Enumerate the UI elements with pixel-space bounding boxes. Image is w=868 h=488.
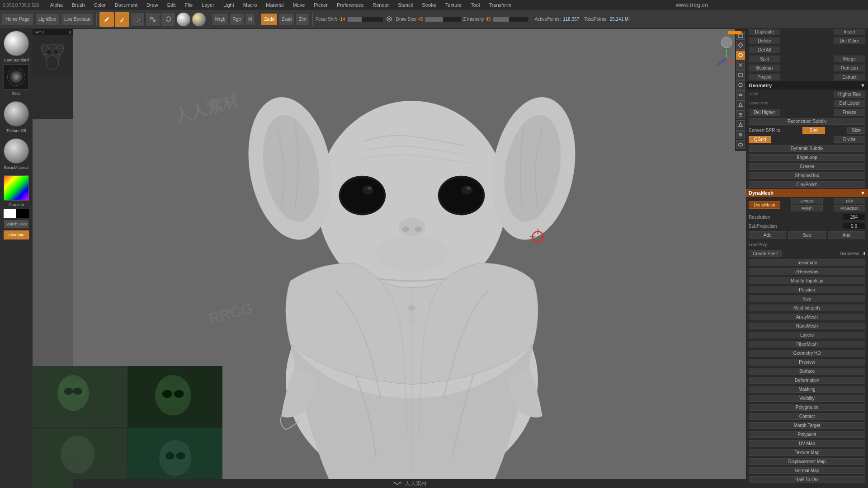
blur-button[interactable]: Blur (834, 198, 865, 204)
geometryhd-button[interactable]: Geometry HD (749, 350, 865, 357)
menu-transform[interactable]: Transform (487, 1, 513, 9)
tessimate-button[interactable]: Tessimate (749, 259, 865, 266)
menu-picker[interactable]: Picker (312, 1, 330, 9)
normalmap-button[interactable]: Normal Map (749, 467, 865, 474)
ref-image-1[interactable] (33, 366, 127, 427)
draw-size-slider[interactable] (425, 17, 461, 22)
menu-brush[interactable]: Brush (70, 1, 87, 9)
bar-to-oto-button[interactable]: BaR To Oto (749, 476, 865, 483)
divide-button[interactable]: Divide (834, 136, 865, 143)
white-swatch[interactable] (4, 209, 16, 218)
material-sphere[interactable] (176, 12, 191, 27)
menu-macro[interactable]: Macro (241, 1, 259, 9)
masking-button[interactable]: Masking (749, 386, 865, 393)
side-icon-12[interactable] (736, 140, 745, 149)
size2-button[interactable]: Size (749, 296, 865, 302)
switch-color-button[interactable]: SwitchColor (4, 220, 29, 229)
dynmesh-button[interactable]: DynaMesh (749, 201, 780, 209)
surface-button[interactable]: Surface (749, 368, 865, 375)
project-button[interactable]: Project (749, 74, 780, 80)
home-page-button[interactable]: Home Page (2, 13, 33, 26)
freeze-button[interactable]: Freeze (834, 109, 865, 116)
preview-button[interactable]: Preview (749, 359, 865, 366)
dynamic-subdiv-button[interactable]: Dynamic Subdiv (749, 145, 865, 152)
polish-button[interactable]: Polish (791, 205, 823, 211)
ref-image-2[interactable] (128, 366, 223, 427)
sub-button[interactable]: Sub (788, 231, 826, 239)
remesh-button[interactable]: Remesh (834, 65, 865, 71)
polypaint-button[interactable]: Polypaint (749, 431, 865, 438)
lightbox-button[interactable]: LightBox (35, 13, 59, 26)
size-button[interactable]: Size (847, 127, 865, 134)
zremesher-button[interactable]: ZRemesher (749, 268, 865, 275)
side-icon-2[interactable] (736, 41, 745, 50)
split-button[interactable]: Split (749, 56, 780, 62)
menu-stroke[interactable]: Stroke (420, 1, 438, 9)
bw-color-swatch[interactable] (4, 209, 29, 218)
meshintegrity-button[interactable]: MeshIntegrity (749, 305, 865, 311)
zint-button[interactable]: Zint (296, 13, 310, 26)
side-icon-5[interactable] (736, 70, 745, 80)
polygroups-button[interactable]: Polygroups (749, 404, 865, 411)
displacementmap-button[interactable]: Displacement Map (749, 458, 865, 465)
material-preview-sphere[interactable] (4, 138, 29, 164)
add-button[interactable]: Add (749, 231, 786, 239)
contact-button[interactable]: Contact (749, 413, 865, 420)
zsub-button[interactable]: Zsub (278, 13, 295, 26)
shadowbox-button[interactable]: ShadowBox (749, 172, 865, 179)
menu-alpha[interactable]: Alpha (48, 1, 65, 9)
subtool-thumbnail-1[interactable] (33, 35, 72, 75)
crease-button[interactable]: Crease (749, 163, 865, 170)
menu-preferences[interactable]: Preferences (335, 1, 365, 9)
menu-file[interactable]: File (183, 1, 195, 9)
geometry-header[interactable]: Geometry ▼ (746, 81, 868, 89)
menu-render[interactable]: Render (371, 1, 391, 9)
resolution-input[interactable]: 264 (843, 214, 865, 221)
side-icon-9[interactable] (736, 110, 745, 119)
menu-draw[interactable]: Draw (145, 1, 160, 9)
menu-move[interactable]: Move (291, 1, 307, 9)
alternate-button[interactable]: Alternate (4, 230, 29, 239)
menu-stencil[interactable]: Stencil (396, 1, 415, 9)
mrgb-button[interactable]: Mrgb (212, 13, 229, 26)
del-higher-button[interactable]: Del Higher (749, 109, 780, 116)
morphtarget-button[interactable]: Morph Target (749, 422, 865, 429)
menu-document[interactable]: Document (113, 1, 139, 9)
smt-button[interactable]: Smt (802, 127, 825, 134)
draw-button[interactable] (115, 12, 129, 27)
arraymesh-button[interactable]: ArrayMesh (749, 314, 865, 320)
menu-material[interactable]: Material (264, 1, 285, 9)
fibermesh-button[interactable]: FiberMesh (749, 341, 865, 347)
side-icon-7[interactable] (736, 90, 745, 99)
delete-button[interactable]: Delete (749, 38, 780, 44)
subprojection-input[interactable]: 0.6 (843, 223, 865, 230)
rgb-button[interactable]: Rgb (230, 13, 244, 26)
side-icon-4[interactable] (736, 61, 745, 70)
texture-preview-sphere[interactable] (4, 101, 29, 127)
del-all-button[interactable]: Del All (749, 47, 780, 53)
deformation-button[interactable]: Deformation (749, 377, 865, 384)
rotate-button[interactable] (161, 12, 175, 27)
qgrid-button[interactable]: QGrid (749, 136, 771, 143)
side-icon-8[interactable] (736, 100, 745, 109)
z-intensity-slider[interactable] (493, 17, 529, 22)
claypolish-button[interactable]: ClayPolish (749, 181, 865, 188)
side-icon-10[interactable] (736, 120, 745, 129)
focal-shift-slider[interactable] (347, 17, 383, 22)
create-shell-button[interactable]: Create Shell (749, 250, 782, 257)
m-button[interactable]: M (245, 13, 255, 26)
scale-button[interactable] (146, 12, 160, 27)
uvmap-button[interactable]: UV Map (749, 440, 865, 447)
dynmesh-header[interactable]: DynaMesh ▼ (746, 189, 868, 197)
groups-button[interactable]: Groups (791, 198, 823, 204)
visibility-button[interactable]: Visibilty (749, 395, 865, 402)
live-boolean-button[interactable]: Live Boolean (61, 13, 94, 26)
projection-button[interactable]: Projection (834, 205, 865, 211)
move-button[interactable] (130, 12, 145, 27)
side-icon-6[interactable] (736, 80, 745, 89)
light-sphere[interactable] (192, 12, 206, 27)
menu-light[interactable]: Light (222, 1, 236, 9)
menu-color[interactable]: Color (92, 1, 108, 9)
extract-button[interactable]: Extract (834, 74, 865, 80)
insert-button[interactable]: Insert (834, 28, 865, 35)
